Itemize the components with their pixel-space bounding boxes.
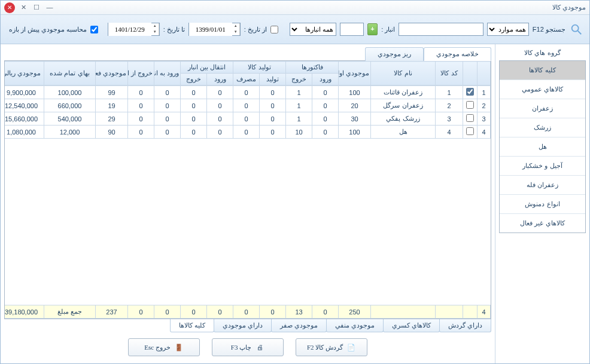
row-checkbox[interactable]	[466, 127, 474, 135]
add-anbar-button[interactable]: +	[367, 23, 378, 35]
spin-down-icon[interactable]: ▼	[232, 29, 239, 35]
sidebar-item[interactable]: کالاهاي عمومي	[500, 80, 585, 99]
to-date-input[interactable]	[108, 23, 151, 36]
spin-up-icon[interactable]: ▲	[232, 23, 239, 29]
table-row[interactable]: 33زرشک پفکي300100000029540,00015,660,000	[5, 112, 491, 126]
bottom-tab[interactable]: موجودي منفي	[326, 319, 384, 332]
close-x-button[interactable]: ✕	[17, 3, 29, 13]
row-checkbox[interactable]	[466, 114, 474, 122]
bottom-tab[interactable]: داراي موجودي	[214, 319, 272, 332]
sidebar-item[interactable]: انواع دمنوش	[500, 195, 585, 214]
from-date-spinner[interactable]: ▲▼	[188, 23, 241, 36]
gardesh-button[interactable]: 📄 گردش کالا F2	[296, 338, 367, 356]
row-checkbox[interactable]	[466, 101, 474, 109]
sidebar-title: گروه هاي کالا	[499, 47, 586, 60]
bottom-tab[interactable]: کليه کالاها	[170, 319, 214, 332]
anbar-label: انبار :	[381, 26, 395, 33]
spin-up-icon[interactable]: ▲	[151, 23, 159, 29]
table-row[interactable]: 11زعفران قائنات1000100000099100,0009,900…	[5, 86, 491, 99]
printer-icon: 🖨	[255, 342, 264, 352]
toolbar: جستجو F12 همه موارد انبار : + همه انباره…	[1, 15, 589, 44]
search-input[interactable]	[399, 23, 483, 36]
table-row[interactable]: 22زعفران سرگل200100000019660,00012,540,0…	[5, 99, 491, 112]
window-title: موجودي کالا	[552, 4, 586, 11]
maximize-button[interactable]: ☐	[31, 3, 42, 13]
door-icon: 🚪	[174, 342, 184, 352]
calc-before-range-label: محاسبه موجودي پيش از بازه	[9, 26, 87, 33]
minimize-button[interactable]: —	[44, 3, 56, 13]
row-checkbox[interactable]	[466, 88, 474, 96]
sidebar-item[interactable]: هل	[500, 137, 585, 157]
bottom-tab[interactable]: داراي گردش	[439, 319, 491, 332]
grid-header: کد کالا نام کالا موجودي اوليه فاکتورها ت…	[4, 62, 491, 85]
sidebar-item[interactable]: زرشک	[500, 118, 585, 137]
print-button[interactable]: 🖨 چاپ F3	[212, 338, 284, 356]
sidebar-item[interactable]: کالاهاي غير فعال	[500, 214, 585, 233]
gardesh-label: گردش کالا F2	[307, 344, 343, 351]
exit-button[interactable]: 🚪 خروج Esc	[128, 338, 200, 356]
svg-point-0	[572, 25, 579, 32]
search-icon[interactable]	[569, 21, 583, 38]
table-row[interactable]: 44هل1000100000009012,0001,080,000	[5, 126, 491, 139]
from-date-input[interactable]	[189, 23, 232, 36]
search-label: جستجو F12	[533, 26, 565, 33]
app-close-icon[interactable]: ✕	[4, 2, 15, 13]
bottom-tab[interactable]: کالاهاي کسري	[383, 319, 440, 332]
report-icon: 📄	[346, 342, 356, 352]
svg-line-1	[578, 31, 582, 35]
anbar-code-input[interactable]	[340, 23, 364, 36]
sidebar-item[interactable]: آجيل و خشکبار	[500, 157, 585, 176]
sidebar: گروه هاي کالا کليه کالاهاکالاهاي عموميزع…	[495, 44, 589, 363]
exit-label: خروج Esc	[144, 344, 171, 351]
sidebar-item[interactable]: زعفران	[500, 99, 585, 118]
to-date-spinner[interactable]: ▲▼	[108, 23, 160, 36]
from-date-label: از تاريخ :	[244, 26, 267, 33]
top-tab[interactable]: ريز موجودي	[365, 47, 424, 61]
grid-footer-row: 4 250 013 00 00 00 237 جمع مبلغ 39,180,0…	[4, 305, 491, 319]
sidebar-item[interactable]: کليه کالاها	[500, 61, 585, 80]
print-label: چاپ F3	[231, 344, 251, 351]
search-mode-select[interactable]: همه موارد	[487, 23, 528, 36]
calc-before-range-checkbox[interactable]	[90, 26, 98, 33]
spin-down-icon[interactable]: ▼	[151, 29, 159, 35]
bottom-tab[interactable]: موجودي صفر	[271, 319, 327, 332]
top-tab[interactable]: خلاصه موجودي	[424, 47, 491, 61]
from-date-checkbox[interactable]	[270, 26, 278, 33]
anbar-select[interactable]: همه انبارها	[290, 23, 336, 36]
sidebar-item[interactable]: زعفران فله	[500, 176, 585, 195]
to-date-label: تا تاريخ :	[163, 26, 185, 33]
